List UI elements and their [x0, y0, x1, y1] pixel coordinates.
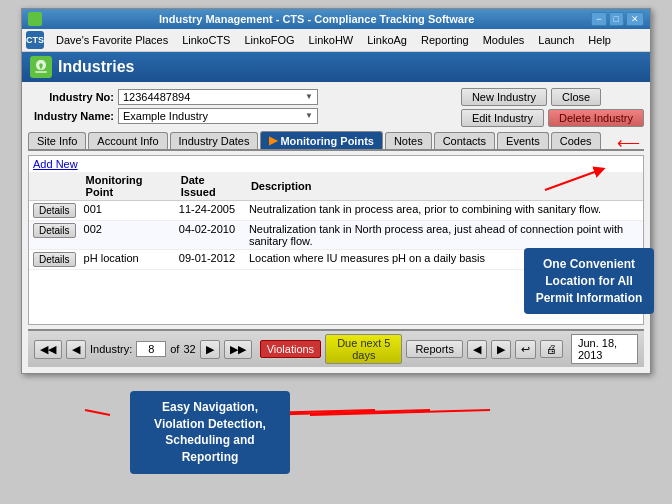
industry-nav-label: Industry:	[90, 343, 132, 355]
reports-button[interactable]: Reports	[406, 340, 463, 358]
col-header-description: Description	[245, 172, 643, 201]
table-row: Details 002 04-02-2010 Neutralization ta…	[29, 221, 643, 250]
app-logo-icon	[30, 56, 52, 78]
tab-monitoring-points[interactable]: ▶ Monitoring Points	[260, 131, 382, 149]
app-title: Industries	[58, 58, 134, 76]
industry-no-input[interactable]: 12364487894 ▼	[118, 89, 318, 105]
top-btn-row: New Industry Close	[461, 88, 644, 106]
due-next-button[interactable]: Due next 5 days	[325, 334, 402, 364]
menu-item-linkoCTS[interactable]: LinkoCTS	[176, 32, 236, 48]
col-header-monitoring-point: Monitoring Point	[80, 172, 175, 201]
callout-text: One Convenient Location for All Permit I…	[536, 257, 643, 305]
details-button-2[interactable]: Details	[33, 223, 76, 238]
industry-no-row: Industry No: 12364487894 ▼	[28, 89, 457, 105]
maximize-button[interactable]: □	[609, 12, 624, 26]
tab-account-info[interactable]: Account Info	[88, 132, 167, 149]
edit-industry-button[interactable]: Edit Industry	[461, 109, 544, 127]
date-issued-cell-3: 09-01-2012	[175, 250, 245, 270]
app-logo: CTS	[26, 31, 44, 49]
tab-site-info[interactable]: Site Info	[28, 132, 86, 149]
industry-name-label: Industry Name:	[28, 110, 118, 122]
add-new-link[interactable]: Add New	[29, 156, 643, 172]
menu-item-linkoHW[interactable]: LinkoHW	[303, 32, 360, 48]
table-row: Details 001 11-24-2005 Neutralization ta…	[29, 201, 643, 221]
monitoring-point-cell-3: pH location	[80, 250, 175, 270]
date-issued-cell-1: 11-24-2005	[175, 201, 245, 221]
monitoring-point-cell-1: 001	[80, 201, 175, 221]
toolbar-btn-1[interactable]: ◀	[467, 340, 487, 359]
app-icon	[28, 12, 42, 26]
status-bar: ◀◀ ◀ Industry: 8 of 32 ▶ ▶▶ Violations D…	[28, 329, 644, 367]
app-header: Industries	[22, 52, 650, 82]
industry-current-input[interactable]: 8	[136, 341, 166, 357]
menu-item-launch[interactable]: Launch	[532, 32, 580, 48]
title-bar: Industry Management - CTS - Compliance T…	[22, 9, 650, 29]
col-header-details	[29, 172, 80, 201]
svg-line-6	[310, 410, 490, 415]
bottom-btn-row: Edit Industry Delete Industry	[461, 109, 644, 127]
industry-fields-left: Industry No: 12364487894 ▼ Industry Name…	[28, 89, 457, 127]
menu-item-modules[interactable]: Modules	[477, 32, 531, 48]
delete-industry-button[interactable]: Delete Industry	[548, 109, 644, 127]
date-issued-cell-2: 04-02-2010	[175, 221, 245, 250]
menu-item-linkoFOG[interactable]: LinkoFOG	[238, 32, 300, 48]
toolbar-btn-4[interactable]: 🖨	[540, 340, 563, 358]
window-title: Industry Management - CTS - Compliance T…	[42, 13, 591, 25]
bottom-callout-text: Easy Navigation, Violation Detection, Sc…	[154, 400, 266, 464]
tab-events[interactable]: Events	[497, 132, 549, 149]
industry-name-input[interactable]: Example Industry ▼	[118, 108, 318, 124]
svg-line-3	[85, 410, 110, 415]
details-cell-1: Details	[29, 201, 80, 221]
tab-codes[interactable]: Codes	[551, 132, 601, 149]
callout-box: One Convenient Location for All Permit I…	[524, 248, 654, 314]
menu-bar: CTS Dave's Favorite Places LinkoCTS Link…	[22, 29, 650, 52]
close-window-button[interactable]: Close	[551, 88, 601, 106]
description-cell-1: Neutralization tank in process area, pri…	[245, 201, 643, 221]
content-area: Industry No: 12364487894 ▼ Industry Name…	[22, 82, 650, 373]
details-cell-2: Details	[29, 221, 80, 250]
nav-prev-button[interactable]: ◀	[66, 340, 86, 359]
window-controls: − □ ✕	[591, 12, 644, 26]
menu-item-help[interactable]: Help	[582, 32, 617, 48]
industry-fields-right: New Industry Close Edit Industry Delete …	[461, 88, 644, 127]
menu-item-reporting[interactable]: Reporting	[415, 32, 475, 48]
of-label: of	[170, 343, 179, 355]
nav-first-button[interactable]: ◀◀	[34, 340, 62, 359]
monitoring-point-cell-2: 002	[80, 221, 175, 250]
total-count: 32	[183, 343, 195, 355]
details-cell-3: Details	[29, 250, 80, 270]
table-header-row: Monitoring Point Date Issued Description	[29, 172, 643, 201]
violations-button[interactable]: Violations	[260, 340, 322, 358]
details-button-3[interactable]: Details	[33, 252, 76, 267]
main-window: Industry Management - CTS - Compliance T…	[21, 8, 651, 374]
close-button[interactable]: ✕	[626, 12, 644, 26]
tab-arrow-icon: ▶	[269, 134, 277, 147]
industry-no-dropdown[interactable]: ▼	[305, 92, 313, 101]
col-header-date-issued: Date Issued	[175, 172, 245, 201]
industry-name-row: Industry Name: Example Industry ▼	[28, 108, 457, 124]
minimize-button[interactable]: −	[591, 12, 606, 26]
tab-notes[interactable]: Notes	[385, 132, 432, 149]
bottom-callout-box: Easy Navigation, Violation Detection, Sc…	[130, 391, 290, 474]
description-cell-2: Neutralization tank in North process are…	[245, 221, 643, 250]
nav-next-button[interactable]: ▶	[200, 340, 220, 359]
industry-fields-row: Industry No: 12364487894 ▼ Industry Name…	[28, 88, 644, 127]
tab-contacts[interactable]: Contacts	[434, 132, 495, 149]
toolbar-btn-3[interactable]: ↩	[515, 340, 536, 359]
industry-no-label: Industry No:	[28, 91, 118, 103]
nav-last-button[interactable]: ▶▶	[224, 340, 252, 359]
details-button-1[interactable]: Details	[33, 203, 76, 218]
toolbar-btn-2[interactable]: ▶	[491, 340, 511, 359]
menu-item-linkoAg[interactable]: LinkoAg	[361, 32, 413, 48]
new-industry-button[interactable]: New Industry	[461, 88, 547, 106]
date-display: Jun. 18, 2013	[571, 334, 638, 364]
svg-rect-0	[35, 71, 47, 73]
tab-industry-dates[interactable]: Industry Dates	[170, 132, 259, 149]
menu-item-favorites[interactable]: Dave's Favorite Places	[50, 32, 174, 48]
tab-arrow-indicator: ⟵	[617, 133, 640, 152]
tabs-container: Site Info Account Info Industry Dates ▶ …	[28, 131, 644, 151]
industry-name-dropdown[interactable]: ▼	[305, 111, 313, 120]
